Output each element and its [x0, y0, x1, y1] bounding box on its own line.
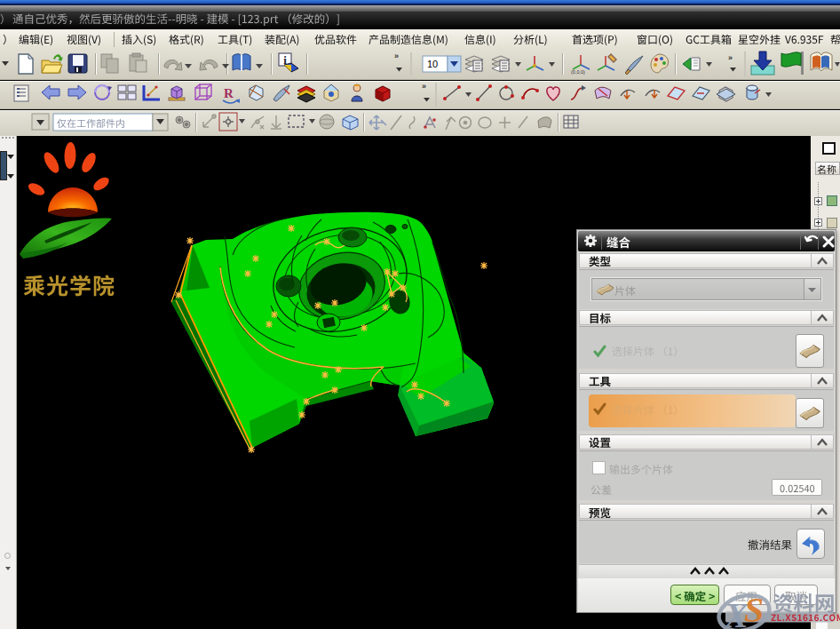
- svg-text:»: »: [422, 82, 426, 91]
- svg-text:»: »: [728, 53, 733, 62]
- svg-text:10: 10: [427, 59, 438, 69]
- svg-text:(0,0,0): (0,0,0): [571, 69, 585, 75]
- svg-text:R: R: [224, 86, 234, 100]
- svg-text:»: »: [394, 52, 399, 60]
